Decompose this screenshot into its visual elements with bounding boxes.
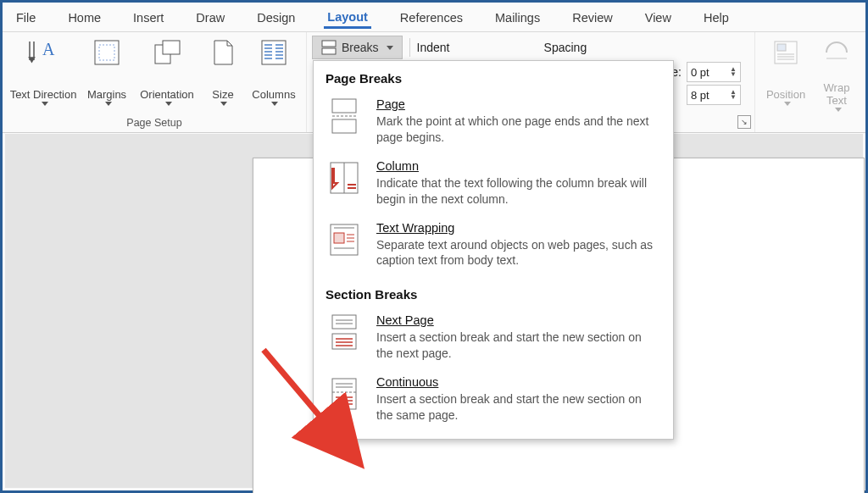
page-break-desc: Mark the point at which one page ends an…	[376, 114, 661, 146]
breaks-label: Breaks	[342, 41, 379, 54]
tab-mailings[interactable]: Mailings	[492, 6, 543, 28]
position-label: Position	[766, 89, 805, 102]
chevron-down-icon	[387, 46, 393, 50]
tab-home[interactable]: Home	[64, 6, 104, 28]
text-direction-label: Text Direction	[10, 89, 77, 102]
tab-help[interactable]: Help	[700, 6, 732, 28]
tab-insert[interactable]: Insert	[130, 6, 167, 28]
svg-rect-4	[163, 41, 180, 54]
chevron-down-icon	[165, 102, 172, 106]
menu-item-text-wrapping-break[interactable]: Text Wrapping Separate text around objec…	[314, 216, 673, 278]
size-label: Size	[212, 89, 233, 102]
breaks-icon	[321, 40, 337, 55]
tab-references[interactable]: References	[397, 6, 466, 28]
group-arrange: Position Wrap Text	[755, 32, 865, 132]
columns-icon	[260, 37, 287, 68]
position-icon	[773, 37, 798, 68]
menu-item-continuous-section-break[interactable]: Continuous Insert a section break and st…	[314, 370, 673, 432]
column-break-icon	[326, 159, 363, 197]
svg-rect-17	[322, 48, 336, 54]
continuous-section-title: Continuous	[376, 375, 661, 389]
tab-review[interactable]: Review	[569, 6, 616, 28]
app-window: File Home Insert Draw Design Layout Refe…	[0, 0, 868, 493]
columns-label: Columns	[252, 89, 295, 102]
paragraph-dialog-launcher[interactable]: ↘	[737, 115, 751, 129]
continuous-section-desc: Insert a section break and start the new…	[376, 391, 661, 424]
continuous-section-icon	[326, 375, 363, 413]
columns-button[interactable]: Columns	[248, 37, 299, 112]
text-wrapping-break-icon	[326, 221, 363, 258]
chevron-down-icon	[220, 102, 227, 106]
svg-rect-36	[332, 315, 356, 329]
orientation-label: Orientation	[140, 89, 194, 102]
text-direction-button[interactable]: A Text Direction	[9, 37, 77, 112]
spacing-before-value: 0 pt	[691, 66, 709, 79]
margins-icon	[92, 37, 121, 68]
chevron-down-icon	[835, 108, 842, 112]
spacing-header: Spacing	[544, 41, 637, 54]
svg-text:A: A	[42, 40, 55, 58]
orientation-button[interactable]: Orientation	[136, 37, 198, 112]
chevron-down-icon	[105, 102, 112, 106]
tab-design[interactable]: Design	[253, 6, 298, 28]
menu-item-column-break[interactable]: Column Indicate that the text following …	[314, 154, 673, 216]
indent-header: Indent	[417, 41, 544, 54]
svg-rect-19	[777, 44, 786, 51]
text-wrapping-break-title: Text Wrapping	[376, 221, 661, 235]
position-button[interactable]: Position	[762, 37, 810, 112]
size-button[interactable]: Size	[203, 37, 243, 112]
page-break-icon	[326, 97, 363, 135]
text-direction-icon: A	[25, 37, 61, 68]
wrap-text-label: Wrap Text	[815, 82, 859, 108]
menu-item-page-break[interactable]: Page Mark the point at which one page en…	[314, 92, 673, 154]
tab-layout[interactable]: Layout	[324, 5, 371, 29]
page-breaks-section-title: Page Breaks	[314, 61, 673, 92]
svg-rect-39	[332, 334, 356, 349]
wrap-text-button[interactable]: Wrap Text	[815, 37, 859, 112]
svg-rect-1	[95, 41, 119, 64]
size-icon	[210, 37, 236, 68]
margins-button[interactable]: Margins	[82, 37, 131, 112]
svg-rect-5	[262, 41, 286, 64]
svg-rect-24	[332, 99, 356, 113]
chevron-down-icon	[42, 102, 48, 106]
margins-label: Margins	[87, 89, 126, 102]
text-wrapping-break-desc: Separate text around objects on web page…	[376, 237, 661, 269]
spacing-before-input[interactable]: 0 pt ▲▼	[687, 62, 741, 82]
chevron-down-icon	[784, 102, 791, 106]
next-page-section-title: Next Page	[376, 313, 661, 327]
breaks-button[interactable]: Breaks	[312, 36, 403, 59]
svg-rect-25	[332, 119, 356, 133]
breaks-dropdown: Page Breaks Page Mark the point at which…	[313, 60, 674, 440]
tab-file[interactable]: File	[13, 6, 39, 28]
tab-view[interactable]: View	[642, 6, 675, 28]
page-break-title: Page	[376, 97, 661, 111]
svg-rect-16	[322, 41, 336, 47]
ribbon-tabs: File Home Insert Draw Design Layout Refe…	[3, 3, 865, 32]
next-page-section-icon	[326, 313, 363, 351]
column-break-desc: Indicate that the text following the col…	[376, 175, 661, 208]
page-setup-group-label: Page Setup	[9, 117, 299, 130]
svg-rect-30	[334, 233, 344, 243]
spinner-arrows-icon: ▲▼	[730, 90, 737, 100]
spinner-arrows-icon: ▲▼	[730, 67, 737, 77]
menu-item-next-page-section-break[interactable]: Next Page Insert a section break and sta…	[314, 308, 673, 370]
orientation-icon	[153, 37, 181, 68]
tab-draw[interactable]: Draw	[192, 6, 228, 28]
spacing-after-input[interactable]: 8 pt ▲▼	[687, 85, 741, 105]
spacing-after-value: 8 pt	[691, 89, 709, 102]
group-page-setup: A Text Direction	[3, 32, 307, 132]
wrap-text-icon	[824, 37, 849, 68]
chevron-down-icon	[271, 102, 278, 106]
next-page-section-desc: Insert a section break and start the new…	[376, 330, 661, 362]
column-break-title: Column	[376, 159, 661, 173]
section-breaks-section-title: Section Breaks	[314, 277, 673, 308]
